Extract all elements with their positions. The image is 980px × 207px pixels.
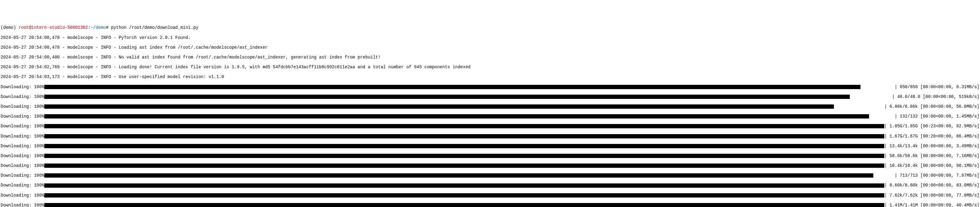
prompt-char: #: [106, 25, 108, 30]
progress-bar: [45, 203, 885, 207]
user-host: root@intern-studio-50001382: [19, 25, 88, 30]
progress-bar: [45, 124, 885, 128]
download-progress-row: Downloading: 100%| 48.0/48.0 [00:00<00:0…: [1, 94, 979, 99]
download-label: Downloading: 100%: [1, 183, 45, 188]
download-stats: | 8.60k/8.60k [00:00<00:00, 83.0MB/s]: [885, 183, 979, 188]
download-stats: | 1.67G/1.67G [00:20<00:00, 86.4MB/s]: [885, 134, 979, 139]
download-stats: | 1.85G/1.85G [00:23<00:00, 82.9MB/s]: [885, 124, 979, 128]
log-line: 2024-05-27 20:54:03,173 - modelscope - I…: [1, 74, 979, 79]
env-name: (demo): [1, 25, 16, 30]
terminal-output: (demo) root@intern-studio-50001382:~/dem…: [1, 20, 979, 207]
download-progress-row: Downloading: 100%| 1.85G/1.85G [00:23<00…: [1, 124, 979, 128]
download-progress-row: Downloading: 100%| 7.62k/7.62k [00:00<00…: [1, 193, 979, 198]
download-label: Downloading: 100%: [1, 173, 45, 178]
download-label: Downloading: 100%: [1, 85, 45, 90]
download-label: Downloading: 100%: [1, 114, 45, 119]
download-progress-row: Downloading: 100%| 713/713 [00:00<00:00,…: [1, 173, 979, 178]
log-line: 2024-05-27 20:54:00,478 - modelscope - I…: [1, 45, 979, 50]
progress-bar: [45, 173, 895, 178]
log-line: 2024-05-27 20:54:02,769 - modelscope - I…: [1, 64, 979, 69]
prompt-line[interactable]: (demo) root@intern-studio-50001382:~/dem…: [1, 25, 979, 30]
cwd-path: /demo: [93, 25, 106, 30]
download-stats: | 48.0/48.0 [00:00<00:00, 519kB/s]: [892, 94, 979, 99]
download-progress-row: Downloading: 100%| 850/850 [00:00<00:00,…: [1, 85, 979, 90]
command-text: python /root/demo/download_mini.py: [111, 25, 198, 30]
download-progress-row: Downloading: 100%| 8.60k/8.60k [00:00<00…: [1, 183, 979, 188]
download-stats: | 1.41M/1.41M [00:00<00:00, 40.4MB/s]: [885, 203, 979, 207]
download-label: Downloading: 100%: [1, 94, 45, 99]
download-label: Downloading: 100%: [1, 104, 45, 109]
download-progress-row: Downloading: 100%| 10.4k/10.4k [00:00<00…: [1, 163, 979, 168]
download-label: Downloading: 100%: [1, 153, 45, 158]
download-stats: | 7.62k/7.62k [00:00<00:00, 77.8MB/s]: [885, 193, 979, 198]
progress-bar: [45, 95, 892, 99]
download-stats: | 10.4k/10.4k [00:00<00:00, 90.1MB/s]: [885, 163, 979, 168]
progress-bar: [45, 193, 885, 197]
download-progress-row: Downloading: 100%| 6.86k/6.86k [00:00<00…: [1, 104, 979, 109]
download-label: Downloading: 100%: [1, 193, 45, 198]
download-stats: | 13.4k/13.4k [00:00<00:00, 3.49MB/s]: [885, 144, 979, 149]
download-stats: | 132/132 [00:00<00:00, 1.45MB/s]: [895, 114, 979, 119]
download-label: Downloading: 100%: [1, 203, 45, 207]
progress-bar: [45, 144, 885, 148]
progress-bar: [45, 183, 885, 188]
progress-bar: [45, 154, 885, 158]
download-progress-row: Downloading: 100%| 1.67G/1.67G [00:20<00…: [1, 134, 979, 139]
download-stats: | 713/713 [00:00<00:00, 7.97MB/s]: [895, 173, 979, 178]
download-label: Downloading: 100%: [1, 144, 45, 149]
log-line: 2024-05-27 20:54:00,478 - modelscope - I…: [1, 35, 979, 40]
progress-bar: [45, 164, 885, 168]
download-progress-row: Downloading: 100%| 132/132 [00:00<00:00,…: [1, 114, 979, 119]
progress-bar: [45, 85, 895, 89]
log-line: 2024-05-27 20:54:00,480 - modelscope - I…: [1, 55, 979, 60]
progress-bar: [45, 114, 895, 119]
download-stats: | 850/850 [00:00<00:00, 8.31MB/s]: [895, 85, 979, 90]
download-label: Downloading: 100%: [1, 163, 45, 168]
download-stats: | 6.86k/6.86k [00:00<00:00, 56.8MB/s]: [885, 104, 979, 109]
progress-bar: [45, 104, 885, 109]
download-label: Downloading: 100%: [1, 124, 45, 128]
download-label: Downloading: 100%: [1, 134, 45, 139]
download-progress-row: Downloading: 100%| 1.41M/1.41M [00:00<00…: [1, 203, 979, 207]
download-progress-row: Downloading: 100%| 58.6k/58.6k [00:00<00…: [1, 153, 979, 158]
progress-bar: [45, 134, 885, 138]
download-progress-row: Downloading: 100%| 13.4k/13.4k [00:00<00…: [1, 144, 979, 149]
download-stats: | 58.6k/58.6k [00:00<00:00, 7.16MB/s]: [885, 153, 979, 158]
